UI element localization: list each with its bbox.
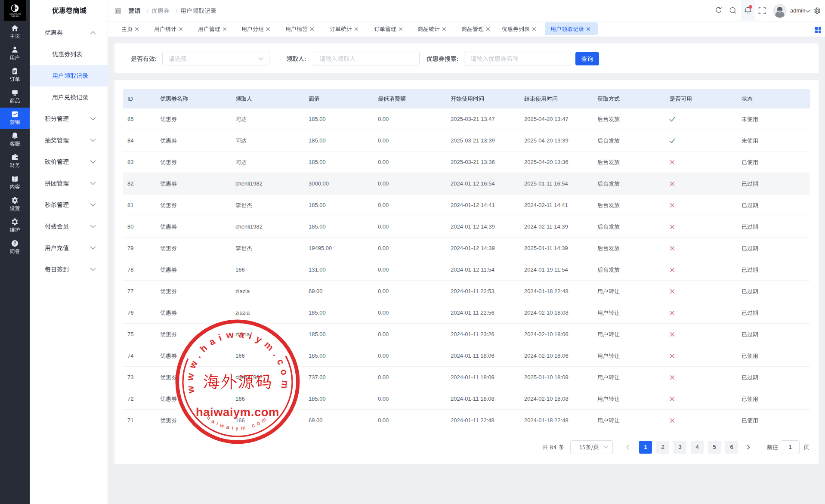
svg-text:www.haiwaiym.com: www.haiwaiym.com	[184, 328, 291, 394]
svg-text:haiwaiym.com: haiwaiym.com	[196, 405, 279, 419]
